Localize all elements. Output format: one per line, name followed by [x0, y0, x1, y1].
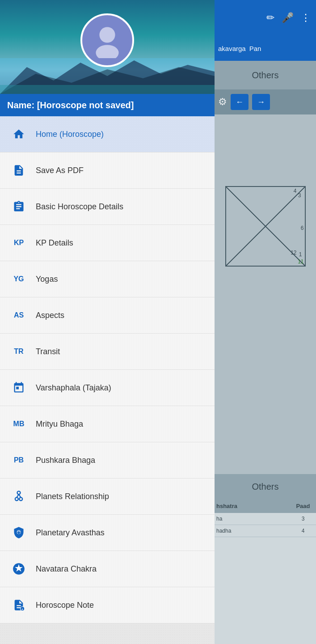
menu-label-pushkara-bhaga: Pushkara Bhaga: [36, 456, 95, 465]
menu-item-navatara-chakra[interactable]: Navatara Chakra: [0, 551, 215, 587]
menu-item-kp-details[interactable]: KP KP Details: [0, 225, 215, 261]
edit-icon[interactable]: ✏: [266, 12, 274, 24]
mb-icon: MB: [9, 414, 29, 434]
menu-label-save-pdf: Save As PDF: [36, 166, 84, 175]
kp-text-icon: KP: [14, 239, 24, 247]
menu-item-planets-relationship[interactable]: Planets Relationship: [0, 479, 215, 515]
table-cell-col2-2: 4: [292, 528, 314, 534]
menu-label-yogas: Yogas: [36, 275, 58, 284]
nav-bar: ⚙ ← →: [215, 89, 316, 114]
kp-icon: KP: [9, 233, 29, 253]
yg-icon: YG: [9, 269, 29, 289]
mic-icon[interactable]: 🎤: [282, 12, 294, 24]
pdf-icon: [9, 161, 29, 180]
svg-point-10: [19, 497, 22, 500]
pb-icon: PB: [9, 450, 29, 470]
menu-item-pushkara-bhaga[interactable]: PB Pushkara Bhaga: [0, 442, 215, 479]
tab-bar: akavarga Pan: [215, 36, 316, 61]
yg-text-icon: YG: [13, 275, 24, 283]
menu-item-basic-horoscope[interactable]: Basic Horoscope Details: [0, 189, 215, 225]
home-icon: [9, 124, 29, 144]
tab-akavarga[interactable]: akavarga: [218, 45, 246, 52]
menu-label-planets-relationship: Planets Relationship: [36, 492, 109, 501]
menu-item-mrityu-bhaga[interactable]: MB Mrityu Bhaga: [0, 406, 215, 442]
profile-name-bar: Name: [Horoscope not saved]: [0, 94, 215, 116]
menu-label-basic-horoscope: Basic Horoscope Details: [36, 202, 123, 212]
chart-num-11: 11: [298, 258, 303, 265]
chart-area: 4 3 6 1 12 11: [215, 114, 316, 338]
svg-point-5: [96, 45, 118, 58]
chart-num-4: 4: [294, 188, 297, 194]
forward-button[interactable]: →: [252, 94, 270, 110]
menu-label-varshaphala: Varshaphala (Tajaka): [36, 383, 111, 393]
menu-item-home[interactable]: Home (Horoscope): [0, 116, 215, 153]
settings-button[interactable]: ⚙: [218, 96, 227, 108]
others-bottom-label: Others: [215, 474, 316, 499]
table-cell-col1-1: ha: [216, 516, 292, 522]
others-top-label: Others: [215, 61, 316, 89]
profile-header: Name: [Horoscope not saved]: [0, 0, 215, 116]
planetary-avasthas-icon: [9, 523, 29, 542]
as-text-icon: AS: [14, 311, 24, 319]
svg-point-6: [17, 491, 21, 494]
back-button[interactable]: ←: [231, 94, 249, 110]
mb-text-icon: MB: [13, 420, 25, 428]
menu-label-aspects: Aspects: [36, 311, 64, 320]
menu-label-transit: Transit: [36, 347, 60, 356]
horoscope-note-icon: +: [9, 595, 29, 615]
table-area: hshatra Paad ha 3 hadha 4: [215, 499, 316, 644]
table-row: ha 3: [215, 513, 316, 525]
chart-num-3: 3: [298, 192, 301, 199]
menu-label-mrityu-bhaga: Mrityu Bhaga: [36, 419, 83, 429]
chart-num-1: 1: [299, 251, 302, 258]
table-header: hshatra Paad: [215, 499, 316, 513]
navatara-chakra-icon: [9, 559, 29, 579]
horoscope-chart: 4 3 6 1 12 11: [225, 186, 306, 267]
menu-item-varshaphala[interactable]: Varshaphala (Tajaka): [0, 370, 215, 406]
overflow-menu-icon[interactable]: ⋮: [301, 12, 311, 24]
table-col1-header: hshatra: [216, 503, 292, 509]
svg-point-4: [99, 27, 115, 42]
pb-text-icon: PB: [14, 456, 24, 464]
svg-point-9: [15, 497, 18, 500]
menu-item-planetary-avasthas[interactable]: Planetary Avasthas: [0, 515, 215, 551]
tab-pan[interactable]: Pan: [249, 45, 261, 52]
as-icon: AS: [9, 305, 29, 325]
profile-name: Name: [Horoscope not saved]: [7, 100, 134, 110]
tr-icon: TR: [9, 342, 29, 361]
svg-rect-3: [0, 85, 215, 94]
chart-num-12: 12: [291, 250, 296, 256]
menu-item-aspects[interactable]: AS Aspects: [0, 297, 215, 334]
table-cell-col1-2: hadha: [216, 528, 292, 534]
chart-num-6: 6: [301, 225, 304, 231]
table-col2-header: Paad: [292, 503, 314, 509]
tr-text-icon: TR: [14, 347, 23, 356]
varshaphala-icon: [9, 378, 29, 398]
clipboard-icon: [9, 197, 29, 216]
menu-label-planetary-avasthas: Planetary Avasthas: [36, 528, 105, 538]
svg-text:+: +: [21, 608, 23, 611]
table-cell-col2-1: 3: [292, 516, 314, 522]
planets-relationship-icon: [9, 487, 29, 506]
menu-label-navatara-chakra: Navatara Chakra: [36, 564, 97, 574]
menu-item-transit[interactable]: TR Transit: [0, 334, 215, 370]
navigation-drawer: Home (Horoscope) Save As PDF Basic Horos…: [0, 116, 215, 644]
table-row: hadha 4: [215, 525, 316, 537]
menu-label-home: Home (Horoscope): [36, 130, 104, 139]
menu-item-horoscope-note[interactable]: + Horoscope Note: [0, 587, 215, 623]
menu-item-yogas[interactable]: YG Yogas: [0, 261, 215, 297]
menu-label-kp-details: KP Details: [36, 238, 73, 248]
menu-label-horoscope-note: Horoscope Note: [36, 601, 94, 610]
avatar: [80, 13, 134, 67]
menu-item-save-pdf[interactable]: Save As PDF: [0, 153, 215, 189]
